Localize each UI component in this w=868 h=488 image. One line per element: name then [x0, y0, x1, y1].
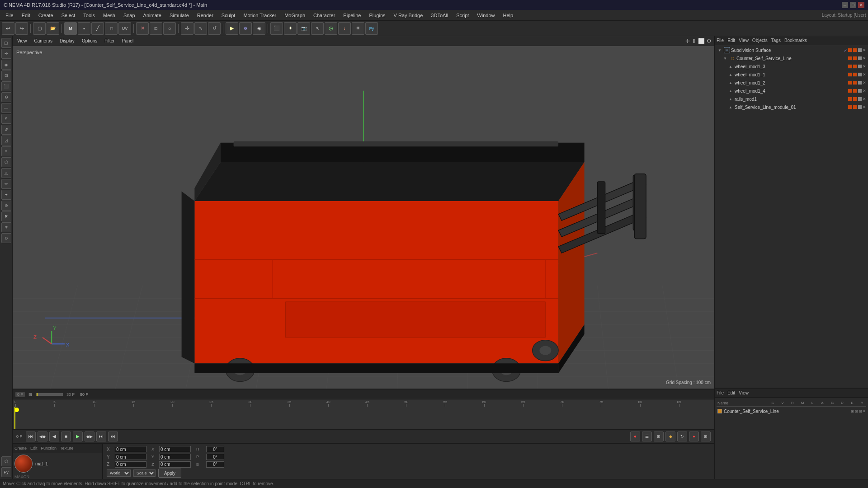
menu-character[interactable]: Character	[310, 12, 339, 19]
python-button[interactable]: Py	[365, 22, 378, 35]
move-tool-button[interactable]: ✛	[181, 22, 193, 35]
autokey-button[interactable]: ●	[689, 432, 699, 441]
next-key-button[interactable]: ◆▶	[85, 432, 94, 441]
rotate-tool-button[interactable]: ↺	[208, 22, 221, 35]
coord-b-input[interactable]	[206, 461, 224, 468]
menu-simulate[interactable]: Simulate	[166, 12, 193, 19]
sidebar-tool-17[interactable]: ✖	[1, 211, 11, 221]
new-scene-button[interactable]: ▢	[33, 22, 46, 35]
sidebar-tool-18[interactable]: ≋	[1, 222, 11, 232]
menu-select[interactable]: Select	[58, 12, 79, 19]
mat-texture-menu[interactable]: Texture	[60, 446, 74, 450]
schematic-button[interactable]: ⊞	[701, 432, 711, 441]
redo-button[interactable]: ↪	[15, 22, 28, 35]
menu-edit[interactable]: Edit	[18, 12, 34, 19]
menu-tools[interactable]: Tools	[80, 12, 99, 19]
coord-z-size-input[interactable]	[159, 461, 191, 468]
mat-mgr-file-menu[interactable]: File	[717, 390, 724, 395]
sidebar-tool-14[interactable]: ✏	[1, 179, 11, 189]
sidebar-tool-bottom-2[interactable]: Py	[1, 467, 11, 477]
motion-clip-button[interactable]: ☰	[642, 432, 652, 441]
menu-file[interactable]: File	[2, 12, 17, 19]
edge-mode-button[interactable]: ╱	[91, 22, 104, 35]
mat-row-counter[interactable]: Counter_Self_Service_Line ⊞ ⊡ ⊟ ≡	[717, 407, 866, 416]
minimize-button[interactable]: ─	[842, 2, 848, 8]
sidebar-tool-4[interactable]: ⊡	[1, 70, 11, 80]
render-settings-button[interactable]: ⚙	[239, 22, 252, 35]
filter-menu[interactable]: Filter	[103, 38, 116, 44]
sidebar-tool-5[interactable]: ⬛	[1, 81, 11, 91]
cameras-menu[interactable]: Cameras	[33, 38, 55, 44]
mat-create-menu[interactable]: Create	[14, 446, 27, 450]
render-picture-button[interactable]: ◉	[253, 22, 265, 35]
undo-button[interactable]: ↩	[2, 22, 14, 35]
menu-pipeline[interactable]: Pipeline	[340, 12, 364, 19]
sidebar-tool-16[interactable]: ⊕	[1, 201, 11, 211]
display-menu[interactable]: Display	[58, 38, 76, 44]
menu-mesh[interactable]: Mesh	[99, 12, 119, 19]
scale-tool-button[interactable]: ⤡	[194, 22, 207, 35]
mat-preview-sphere[interactable]	[14, 455, 33, 473]
sidebar-tool-10[interactable]: ◿	[1, 136, 11, 145]
menu-motion-tracker[interactable]: Motion Tracker	[240, 12, 280, 19]
coord-y-pos-input[interactable]	[115, 454, 146, 460]
scene-button[interactable]: ☀	[352, 22, 364, 35]
sidebar-tool-2[interactable]: ✛	[1, 49, 11, 59]
sidebar-tool-8[interactable]: $	[1, 114, 11, 124]
render-viewport-button[interactable]: ▶	[226, 22, 238, 35]
menu-render[interactable]: Render	[193, 12, 217, 19]
sidebar-tool-19[interactable]: ⊘	[1, 233, 11, 243]
timeline-scrubber[interactable]	[36, 393, 63, 396]
obj-wheel-3[interactable]: ▲ wheel_mod1_3 ✕	[715, 62, 868, 70]
viewport-icon-config[interactable]: ⚙	[707, 38, 712, 44]
obj-objects-menu[interactable]: Objects	[752, 38, 768, 43]
3d-viewport[interactable]: Perspective Grid Spacing : 100 cm	[13, 46, 714, 389]
timeline-tracks[interactable]	[13, 407, 714, 429]
live-selection-button[interactable]: ✕	[136, 22, 149, 35]
forward-end-button[interactable]: ⏭	[108, 432, 118, 441]
maximize-button[interactable]: □	[850, 2, 856, 8]
coord-y-size-input[interactable]	[159, 454, 191, 460]
obj-subdivision-surface[interactable]: ▼ ⊞ Subdivision Surface ✓ ✕	[715, 46, 868, 54]
rewind-to-start-button[interactable]: ⏮	[26, 432, 36, 441]
menu-help[interactable]: Help	[500, 12, 517, 19]
sidebar-tool-9[interactable]: ↺	[1, 125, 11, 135]
forward-to-end-button[interactable]: ⏭	[96, 432, 106, 441]
timeline-button[interactable]: ⊞	[654, 432, 664, 441]
obj-rails[interactable]: ▲ rails_mod1 ✕	[715, 95, 868, 103]
obj-wheel-1[interactable]: ▲ wheel_mod1_1 ✕	[715, 70, 868, 79]
apply-button[interactable]: Apply	[158, 469, 181, 478]
menu-create[interactable]: Create	[35, 12, 57, 19]
sidebar-tool-12[interactable]: ⬡	[1, 157, 11, 167]
point-mode-button[interactable]: •	[78, 22, 90, 35]
stop-button[interactable]: ■	[61, 432, 71, 441]
obj-counter-null[interactable]: ▼ ⬡ Counter_Self_Service_Line ✕	[715, 54, 868, 62]
sidebar-tool-bottom-1[interactable]: ⬡	[1, 456, 11, 466]
spline-button[interactable]: ∿	[311, 22, 324, 35]
play-button[interactable]: ▶	[73, 432, 83, 441]
coord-p-input[interactable]	[206, 454, 224, 460]
record-button[interactable]: ●	[630, 432, 640, 441]
coord-scale-select[interactable]: Scale Size	[133, 469, 156, 477]
viewport-icon-up[interactable]: ⬆	[692, 38, 696, 44]
uv-mode-button[interactable]: UV	[118, 22, 131, 35]
obj-wheel-4[interactable]: ▲ wheel_mod1_4 ✕	[715, 87, 868, 95]
key-mode-button[interactable]: ◆	[665, 432, 675, 441]
coord-system-select[interactable]: World Object Local	[107, 469, 131, 477]
obj-view-menu[interactable]: View	[739, 38, 749, 43]
rect-select-button[interactable]: ⊡	[150, 22, 162, 35]
sidebar-tool-15[interactable]: ✦	[1, 190, 11, 200]
cube-button[interactable]: ⬛	[270, 22, 283, 35]
prev-key-button[interactable]: ◀◆	[38, 432, 47, 441]
light-button[interactable]: ✦	[284, 22, 297, 35]
options-menu[interactable]: Options	[80, 38, 99, 44]
camera-button[interactable]: 📷	[297, 22, 310, 35]
mat-mgr-edit-menu[interactable]: Edit	[727, 390, 735, 395]
nurbs-button[interactable]: ◎	[325, 22, 337, 35]
menu-script[interactable]: Script	[453, 12, 472, 19]
sidebar-tool-3[interactable]: ◉	[1, 60, 11, 70]
obj-file-menu[interactable]: File	[717, 38, 724, 43]
menu-snap[interactable]: Snap	[120, 12, 139, 19]
circle-select-button[interactable]: ○	[163, 22, 176, 35]
sidebar-tool-11[interactable]: ≡	[1, 146, 11, 156]
